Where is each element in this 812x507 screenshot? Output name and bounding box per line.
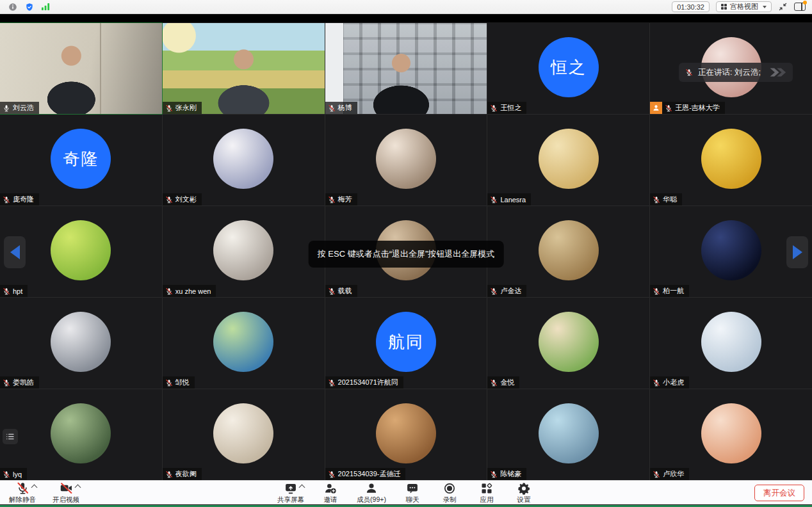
mic-muted-icon <box>490 471 498 478</box>
participant-name: Lanesra <box>500 196 526 204</box>
participant-nameplate: 华聪 <box>650 193 682 205</box>
bottom-toolbar: 解除静音 开启视频 共享屏幕 邀请 成员(99+) 聊天 录制 应用 设置 离开… <box>0 480 812 504</box>
settings-icon <box>517 482 530 495</box>
participant-name: lyq <box>13 471 22 478</box>
participant-tile[interactable]: 华聪 <box>650 115 812 205</box>
participant-nameplate: 夜欲阑 <box>163 468 202 480</box>
participant-tile[interactable]: 卢金达 <box>487 206 649 297</box>
participant-name: 小老虎 <box>663 378 684 387</box>
mic-muted-icon <box>490 287 498 295</box>
list-toggle-icon[interactable] <box>3 429 18 444</box>
participant-name: 夜欲阑 <box>175 469 197 479</box>
participant-nameplate: 刘文彬 <box>163 193 202 205</box>
participant-name: xu zhe wen <box>175 287 211 295</box>
participant-tile[interactable]: 小老虎 <box>650 298 812 389</box>
participant-name: 邹悦 <box>175 378 190 387</box>
toolbar-button-record[interactable]: 录制 <box>439 481 460 504</box>
meeting-timer: 01:30:32 <box>672 1 710 12</box>
mic-muted-icon <box>685 68 693 76</box>
participant-name: 刘文彬 <box>175 195 197 204</box>
exit-fullscreen-icon[interactable] <box>778 2 788 12</box>
toolbar-button-label: 邀请 <box>324 495 337 504</box>
mic-muted-icon <box>490 379 498 387</box>
participant-name: 载载 <box>338 286 352 296</box>
mic-muted-icon <box>165 287 173 295</box>
participant-tile[interactable]: 恒之 王恒之 <box>487 23 649 114</box>
participant-nameplate: 梅芳 <box>325 193 357 205</box>
participant-tile[interactable]: 刘文彬 <box>163 115 325 205</box>
prev-page-button[interactable] <box>4 236 26 268</box>
toolbar-button-apps[interactable]: 应用 <box>476 481 498 504</box>
participant-tile[interactable]: 卢欣华 <box>650 389 812 480</box>
participant-nameplate: Lanesra <box>487 193 531 205</box>
participant-name: 刘云浩 <box>13 103 34 113</box>
speaking-indicator: 正在讲话: 刘云浩; <box>679 63 793 82</box>
participant-tile[interactable]: 张永刚 <box>163 23 325 114</box>
avatar <box>539 220 599 280</box>
toolbar-button-label: 录制 <box>443 495 456 504</box>
participant-name: 陈铭豪 <box>500 469 521 479</box>
mic-muted-icon <box>3 196 10 204</box>
participant-name: 张永刚 <box>175 103 197 113</box>
arrow-left-icon <box>10 245 20 259</box>
toolbar-button-members[interactable]: 成员(99+) <box>357 481 386 504</box>
participant-nameplate: 金悦 <box>487 376 519 389</box>
participant-tile[interactable]: 航同 2021534071许航同 <box>325 298 487 389</box>
participant-nameplate: 柏一航 <box>650 285 689 297</box>
toolbar-button-invite[interactable]: 邀请 <box>320 481 341 504</box>
chat-icon <box>406 482 419 495</box>
speaking-indicator-text: 正在讲话: 刘云浩; <box>698 67 761 78</box>
toolbar-button-chat[interactable]: 聊天 <box>402 481 423 504</box>
host-badge <box>650 102 662 114</box>
toolbar-button-share-screen[interactable]: 共享屏幕 <box>277 481 304 504</box>
avatar <box>213 129 273 189</box>
video-feed <box>0 23 162 114</box>
participant-name: 2021534039-孟德迁 <box>338 469 401 479</box>
participant-nameplate: 陈铭豪 <box>487 468 526 480</box>
signal-icon[interactable] <box>41 2 51 12</box>
next-page-button[interactable] <box>786 236 808 268</box>
toolbar-button-label: 聊天 <box>405 495 419 504</box>
info-icon[interactable] <box>8 2 17 12</box>
participant-tile[interactable]: 杨博 <box>325 23 487 114</box>
participant-tile[interactable]: 陈铭豪 <box>487 389 649 480</box>
participant-tile[interactable]: Lanesra <box>487 115 649 205</box>
participant-tile[interactable]: xu zhe wen <box>163 206 325 297</box>
view-mode-dropdown[interactable]: 宫格视图 <box>716 1 772 12</box>
participant-tile[interactable]: 奇隆 庞奇隆 <box>0 115 162 205</box>
participant-tile[interactable]: 2021534039-孟德迁 <box>325 389 487 480</box>
chevron-up-icon[interactable] <box>299 485 305 491</box>
arrow-right-icon <box>793 245 802 259</box>
mic-muted-icon <box>3 379 10 387</box>
participant-nameplate: 卢金达 <box>487 285 526 297</box>
participant-name: 杨博 <box>338 103 352 113</box>
toolbar-button-label: 应用 <box>480 495 493 504</box>
participant-tile[interactable]: 夜欲阑 <box>163 389 325 480</box>
participant-name: hpt <box>13 287 22 295</box>
participant-tile[interactable]: 梅芳 <box>325 115 487 205</box>
participant-name: 卢金达 <box>500 286 521 296</box>
participant-tile[interactable]: 刘云浩 <box>0 23 162 114</box>
shield-icon[interactable] <box>24 2 34 12</box>
participant-tile[interactable]: 金悦 <box>487 298 649 389</box>
participant-tile[interactable]: 邹悦 <box>163 298 325 389</box>
avatar <box>213 312 273 372</box>
participant-tile[interactable]: lyq <box>0 389 162 480</box>
avatar <box>376 129 436 189</box>
participant-name: 华聪 <box>663 195 677 204</box>
participant-nameplate: 杨博 <box>325 102 357 114</box>
avatar <box>539 129 599 189</box>
toolbar-button-settings[interactable]: 设置 <box>513 481 535 504</box>
participant-tile[interactable]: 娄凯皓 <box>0 298 162 389</box>
mic-muted-icon <box>328 471 336 478</box>
avatar <box>539 403 599 463</box>
avatar: 恒之 <box>539 37 599 97</box>
side-panel-icon[interactable] <box>794 2 806 12</box>
apps-icon <box>480 482 493 495</box>
participant-name: 庞奇隆 <box>13 195 34 204</box>
leave-meeting-button[interactable]: 离开会议 <box>754 485 804 501</box>
participant-nameplate: 娄凯皓 <box>0 376 39 389</box>
mic-on-icon <box>3 104 10 112</box>
participant-nameplate: xu zhe wen <box>163 285 216 297</box>
participant-nameplate: hpt <box>0 285 28 297</box>
